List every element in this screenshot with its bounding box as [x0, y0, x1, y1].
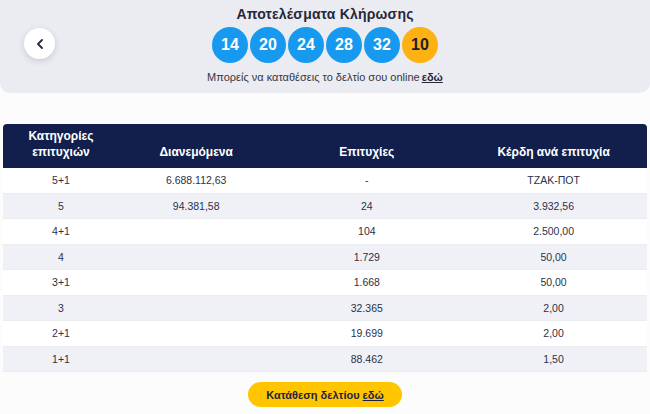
- table-row: 2+119.6992,00: [3, 321, 647, 347]
- cell-distributed: [119, 245, 274, 270]
- cell-category: 5+1: [3, 168, 119, 193]
- column-header: Διανεμόμενα: [119, 124, 274, 168]
- cell-wins: 1.668: [273, 270, 460, 295]
- cell-wins: 24: [273, 194, 460, 219]
- deposit-online-text: Μπορείς να καταθέσεις το δελτίο σου onli…: [207, 71, 443, 83]
- drawn-number-ball: 28: [326, 27, 362, 63]
- cell-category: 2+1: [3, 321, 119, 346]
- cell-prize: 2,00: [460, 296, 647, 321]
- table-header-row: Κατηγορίες επιτυχιώνΔιανεμόμεναΕπιτυχίες…: [3, 124, 647, 168]
- column-header: Κέρδη ανά επιτυχία: [460, 124, 647, 168]
- footer: Κατάθεση δελτίουεδώ: [0, 382, 650, 407]
- cell-category: 4: [3, 245, 119, 270]
- table-row: 3+11.66850,00: [3, 270, 647, 296]
- table-row: 1+188.4621,50: [3, 347, 647, 373]
- drawn-number-ball: 20: [250, 27, 286, 63]
- drawn-number-ball: 32: [364, 27, 400, 63]
- cell-prize: 2.500,00: [460, 219, 647, 244]
- table-row: 332.3652,00: [3, 296, 647, 322]
- table-row: 41.72950,00: [3, 245, 647, 271]
- prize-table: Κατηγορίες επιτυχιώνΔιανεμόμεναΕπιτυχίες…: [3, 124, 647, 372]
- chevron-left-icon: [36, 39, 44, 49]
- deposit-slip-label: Κατάθεση δελτίου: [266, 389, 359, 401]
- cell-prize: 50,00: [460, 245, 647, 270]
- cell-wins: 104: [273, 219, 460, 244]
- cell-category: 1+1: [3, 347, 119, 372]
- page-title: Αποτελέσματα Κλήρωσης: [236, 6, 413, 22]
- table-row: 594.381,58243.932,56: [3, 194, 647, 220]
- cell-prize: 1,50: [460, 347, 647, 372]
- bonus-number-ball: 10: [402, 27, 438, 63]
- cell-wins: 88.462: [273, 347, 460, 372]
- drawn-number-ball: 24: [288, 27, 324, 63]
- deposit-online-prefix: Μπορείς να καταθέσεις το δελτίο σου onli…: [207, 71, 420, 83]
- drawn-numbers: 142024283210: [212, 27, 438, 63]
- cell-distributed: [119, 219, 274, 244]
- table-row: 4+11042.500,00: [3, 219, 647, 245]
- deposit-slip-link[interactable]: εδώ: [363, 389, 384, 401]
- cell-wins: 1.729: [273, 245, 460, 270]
- cell-distributed: [119, 296, 274, 321]
- cell-prize: 3.932,56: [460, 194, 647, 219]
- cell-distributed: 94.381,58: [119, 194, 274, 219]
- table-body: 5+16.688.112,63-ΤΖΑΚ-ΠΟΤ594.381,58243.93…: [3, 168, 647, 372]
- cell-category: 4+1: [3, 219, 119, 244]
- cell-prize: ΤΖΑΚ-ΠΟΤ: [460, 168, 647, 193]
- cell-wins: 32.365: [273, 296, 460, 321]
- cell-wins: 19.699: [273, 321, 460, 346]
- cell-category: 3+1: [3, 270, 119, 295]
- deposit-online-link[interactable]: εδώ: [422, 71, 443, 83]
- column-header: Κατηγορίες επιτυχιών: [3, 124, 119, 168]
- cell-category: 3: [3, 296, 119, 321]
- column-header: Επιτυχίες: [273, 124, 460, 168]
- table-row: 5+16.688.112,63-ΤΖΑΚ-ΠΟΤ: [3, 168, 647, 194]
- cell-distributed: [119, 321, 274, 346]
- cell-distributed: 6.688.112,63: [119, 168, 274, 193]
- cell-wins: -: [273, 168, 460, 193]
- drawn-number-ball: 14: [212, 27, 248, 63]
- back-button[interactable]: [24, 28, 55, 59]
- cell-distributed: [119, 347, 274, 372]
- results-panel: Αποτελέσματα Κλήρωσης 142024283210 Μπορε…: [0, 0, 650, 93]
- deposit-slip-button[interactable]: Κατάθεση δελτίουεδώ: [248, 382, 402, 407]
- cell-prize: 50,00: [460, 270, 647, 295]
- cell-category: 5: [3, 194, 119, 219]
- cell-distributed: [119, 270, 274, 295]
- cell-prize: 2,00: [460, 321, 647, 346]
